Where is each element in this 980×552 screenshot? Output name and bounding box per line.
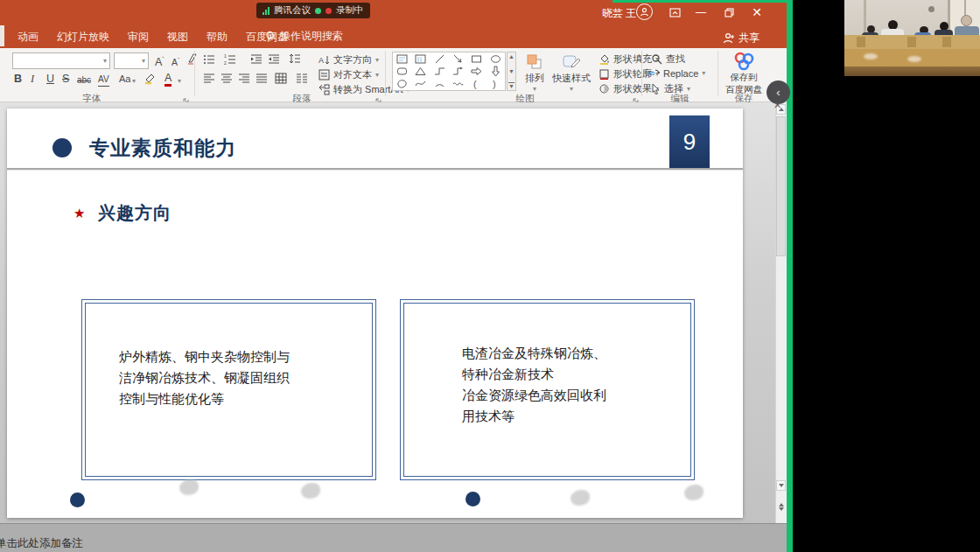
- elbow-connector-icon: [434, 66, 445, 77]
- menu-tabs: 动画 幻灯片放映 审阅 视图 帮助 百度网盘: [18, 30, 288, 45]
- section-title[interactable]: 兴趣方向: [98, 201, 172, 225]
- restore-button[interactable]: [719, 4, 738, 20]
- group-divider: [194, 51, 195, 96]
- tab-help[interactable]: 帮助: [206, 30, 228, 45]
- columns-button[interactable]: [296, 73, 308, 88]
- italic-button[interactable]: I: [31, 73, 34, 85]
- bullets-button[interactable]: [203, 53, 215, 69]
- footer-dot-left: [70, 493, 85, 507]
- freeform-shape-icon: [396, 78, 408, 89]
- bold-button[interactable]: B: [14, 73, 22, 85]
- content-box-left-text[interactable]: 炉外精炼、钢中夹杂物控制与 洁净钢冶炼技术、钢凝固组织 控制与性能优化等: [119, 346, 304, 409]
- svg-text:2: 2: [224, 60, 227, 66]
- slide-title[interactable]: 专业素质和能力: [89, 135, 236, 162]
- character-spacing-button[interactable]: AV: [98, 73, 109, 87]
- tell-me-search[interactable]: 操作说明搜索: [265, 29, 343, 44]
- shrink-font-button[interactable]: Aˇ: [172, 53, 179, 68]
- notes-pane[interactable]: 单击此处添加备注: [0, 523, 789, 552]
- add-table-button[interactable]: [275, 72, 288, 88]
- replace-button[interactable]: ab Replace▾: [648, 67, 705, 79]
- text-highlight-button[interactable]: [144, 72, 157, 88]
- shape-effects-icon: [598, 83, 610, 94]
- tab-animations[interactable]: 动画: [18, 30, 38, 45]
- align-left-button[interactable]: [203, 73, 215, 88]
- numbering-button[interactable]: 12: [224, 53, 236, 69]
- arrange-label: 排列: [525, 72, 544, 85]
- content-box-right-text[interactable]: 电渣冶金及特殊钢冶炼、 特种冶金新技术 冶金资源绿色高效回收利 用技术等: [462, 343, 626, 427]
- share-frame-right: [787, 0, 793, 552]
- tab-slideshow[interactable]: 幻灯片放映: [57, 30, 109, 45]
- shadow-smudge: [570, 490, 590, 506]
- clear-abc-button[interactable]: abc: [77, 74, 91, 87]
- font-color-button[interactable]: A: [164, 72, 172, 87]
- close-button[interactable]: ✕: [747, 4, 766, 20]
- elbow-arrow-icon: [452, 66, 464, 77]
- arrange-button[interactable]: 排列 ▾: [520, 52, 550, 93]
- baidu-netdisk-icon: [731, 51, 757, 72]
- notes-placeholder[interactable]: 单击此处添加备注: [0, 536, 83, 551]
- strikethrough-button[interactable]: S: [62, 73, 69, 85]
- find-button[interactable]: 查找: [651, 52, 685, 66]
- text-direction-icon: A: [318, 54, 330, 66]
- line-spacing-button[interactable]: [289, 53, 301, 69]
- font-name-combobox[interactable]: ▾: [12, 52, 110, 69]
- camera-on-icon: [315, 8, 321, 14]
- ribbon-display-options-button[interactable]: [665, 4, 684, 20]
- shape-outline-icon: [598, 68, 610, 80]
- minimize-button[interactable]: —: [691, 4, 710, 20]
- underline-button[interactable]: U: [46, 73, 54, 85]
- background-window-sliver: [0, 25, 4, 46]
- search-icon: [651, 53, 662, 65]
- tab-review[interactable]: 审阅: [128, 30, 149, 45]
- shape-gallery[interactable]: ( ): [392, 52, 506, 91]
- desk-front-panel: [844, 66, 980, 76]
- increase-indent-button[interactable]: [268, 53, 280, 69]
- scroll-down-button[interactable]: [776, 480, 786, 491]
- meeting-toolbar-close-icon[interactable]: ✕: [774, 100, 781, 111]
- slide-canvas[interactable]: 专业素质和能力 9 ★ 兴趣方向 炉外精炼、钢中夹杂物控制与 洁净钢冶炼技术、钢…: [7, 108, 743, 518]
- person-icon: [640, 7, 649, 17]
- shape-fill-button[interactable]: 形状填充▾: [598, 52, 659, 66]
- meeting-status-badge: 腾讯会议 录制中: [256, 3, 370, 18]
- font-size-combobox[interactable]: ▾: [114, 52, 149, 69]
- restore-icon: [724, 8, 734, 17]
- decrease-indent-button[interactable]: [250, 53, 262, 69]
- shape-gallery-scroll[interactable]: ▲▼▼: [507, 52, 516, 91]
- svg-text:(: (: [473, 79, 477, 89]
- previous-slide-button[interactable]: [776, 495, 786, 506]
- replace-label: Replace: [663, 68, 698, 79]
- save-to-baidu-netdisk-button[interactable]: 保存到 百度网盘: [721, 51, 766, 96]
- block-arrow-down-icon: [490, 66, 501, 77]
- group-divider: [641, 51, 642, 96]
- share-button[interactable]: 共享: [723, 31, 760, 45]
- find-label: 查找: [666, 52, 685, 66]
- left-brace-shape-icon: (: [471, 78, 482, 89]
- svg-text:1: 1: [224, 53, 227, 59]
- front-desk: [844, 49, 980, 68]
- clear-formatting-button[interactable]: [186, 52, 199, 68]
- scrollbar-thumb[interactable]: [776, 116, 786, 256]
- quick-styles-icon: [562, 52, 581, 72]
- align-text-button[interactable]: ↕ 对齐文本▾: [318, 68, 379, 81]
- rounded-rect-shape-icon: [396, 66, 408, 77]
- textbox-h-icon: [396, 53, 408, 65]
- ribbon-display-icon: [669, 8, 681, 17]
- change-case-button[interactable]: Aa: [119, 73, 130, 85]
- avatar[interactable]: [636, 3, 653, 20]
- next-slide-button[interactable]: [776, 508, 786, 519]
- grow-font-button[interactable]: Aˆ: [155, 53, 164, 68]
- justify-button[interactable]: [256, 73, 268, 88]
- text-direction-label: 文字方向: [333, 53, 372, 66]
- screenshot-stage: PowerPoint 腾讯会议 录制中 晓芸 王 — ✕: [0, 0, 980, 552]
- font-color-caret: ▾: [178, 77, 181, 85]
- align-center-button[interactable]: [220, 73, 233, 88]
- quick-styles-label: 快速样式: [552, 72, 591, 85]
- svg-text:A: A: [318, 56, 324, 65]
- align-right-button[interactable]: [238, 73, 250, 88]
- tab-view[interactable]: 视图: [167, 30, 188, 45]
- webcam-video: [844, 0, 980, 76]
- shadow-smudge: [179, 479, 199, 495]
- group-divider: [385, 51, 386, 96]
- text-direction-button[interactable]: A 文字方向▾: [318, 53, 379, 66]
- quick-styles-button[interactable]: 快速样式 ▾: [551, 52, 592, 93]
